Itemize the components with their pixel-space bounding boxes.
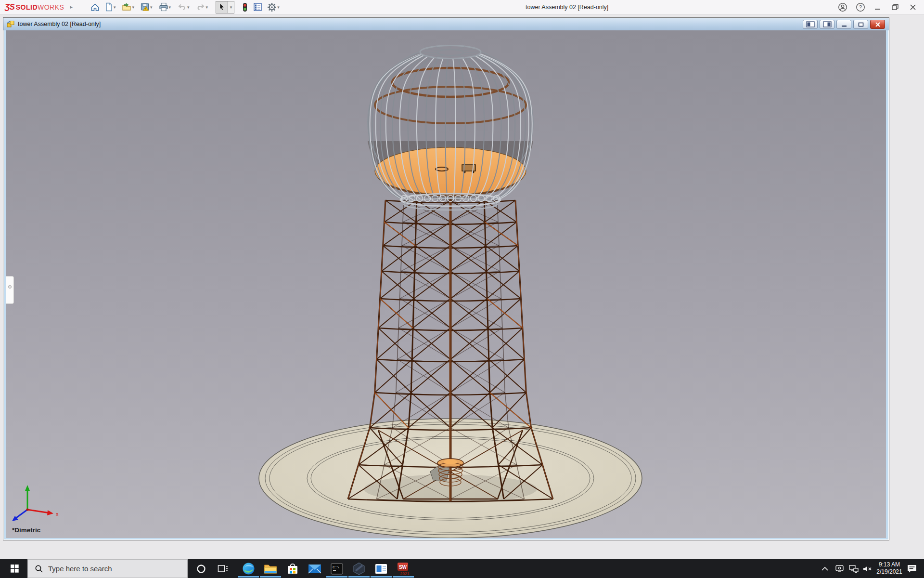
traffic-light-icon xyxy=(242,2,248,12)
assembly-document-icon xyxy=(6,20,15,28)
taskbar-edge-button[interactable] xyxy=(238,559,259,578)
taskbar-blue-window-app-button[interactable] xyxy=(371,559,392,578)
menu-expand-arrow-icon[interactable]: ▸ xyxy=(70,4,73,10)
account-icon xyxy=(838,2,847,12)
device-sync-icon xyxy=(835,565,844,573)
task-view-button[interactable] xyxy=(215,559,231,578)
mail-icon xyxy=(308,564,321,574)
open-button[interactable]: ▾ xyxy=(120,1,137,13)
print-icon xyxy=(159,2,168,12)
redo-button[interactable]: ▾ xyxy=(194,1,211,13)
running-indicator xyxy=(348,576,370,578)
doc-restore-button[interactable] xyxy=(853,20,868,29)
new-document-icon xyxy=(104,2,113,12)
redo-dropdown[interactable]: ▾ xyxy=(206,5,208,10)
view-orientation-label: *Dimetric xyxy=(12,526,40,534)
feature-manager-collapsed-tab[interactable] xyxy=(6,276,14,304)
3d-model-canvas[interactable]: x xyxy=(6,30,886,538)
microsoft-store-icon xyxy=(286,562,299,575)
doc-close-button[interactable] xyxy=(870,20,885,29)
doc-close-icon xyxy=(874,22,881,27)
save-dropdown[interactable]: ▾ xyxy=(150,5,153,10)
windows-start-icon xyxy=(11,565,19,573)
doc-split-left-button[interactable] xyxy=(803,20,818,29)
print-button[interactable]: ▾ xyxy=(157,1,174,13)
document-titlebar[interactable]: tower Assembly 02 [Read-only] xyxy=(3,18,889,30)
reference-triad: x xyxy=(12,485,59,521)
ds-logo-glyph: ƷS xyxy=(5,2,14,12)
graphics-viewport[interactable]: x *Dimetric xyxy=(6,30,886,538)
svg-text:C:\: C:\ xyxy=(333,565,340,569)
print-dropdown[interactable]: ▾ xyxy=(169,5,171,10)
new-document-dropdown[interactable]: ▾ xyxy=(114,5,116,10)
options-button[interactable]: ▾ xyxy=(266,1,282,13)
svg-text:2021: 2021 xyxy=(400,571,410,576)
app-minimize-button[interactable] xyxy=(871,0,885,14)
running-indicator xyxy=(393,576,414,578)
tray-date: 2/19/2021 xyxy=(872,568,907,576)
document-title: tower Assembly 02 [Read-only] xyxy=(18,21,101,27)
home-button[interactable] xyxy=(89,1,101,13)
doc-minimize-button[interactable] xyxy=(836,20,851,29)
app-titlebar: ƷS SOLID WORKS ▸ ▾ ▾ ▾ ▾ ▾ ▾ xyxy=(0,0,924,14)
chevron-up-icon xyxy=(821,566,829,572)
restore-icon xyxy=(891,3,899,11)
splitter-handle-icon xyxy=(8,285,12,289)
dome-cage xyxy=(368,46,533,210)
help-button[interactable]: ? xyxy=(853,0,868,14)
running-indicator xyxy=(238,576,259,578)
taskbar-command-prompt-button[interactable]: C:\ xyxy=(326,559,347,578)
blue-window-app-icon xyxy=(375,564,387,574)
rebuild-button[interactable] xyxy=(240,1,250,13)
taskbar-search[interactable] xyxy=(27,559,188,578)
windows-taskbar: C:\ SW 2021 9:13 AM 2/19/2021 1 xyxy=(0,559,924,578)
hexagon-app-icon xyxy=(353,562,365,575)
tray-device-sync-button[interactable] xyxy=(833,559,846,578)
edge-icon xyxy=(242,562,255,575)
svg-text:?: ? xyxy=(859,4,861,10)
command-prompt-icon: C:\ xyxy=(331,563,343,575)
cortana-icon xyxy=(196,564,206,574)
taskbar-store-button[interactable] xyxy=(282,559,303,578)
doc-minimize-icon xyxy=(841,22,847,27)
select-cursor-icon xyxy=(218,2,226,12)
action-center-icon xyxy=(907,564,917,574)
document-window: tower Assembly 02 [Read-only] x *Dimetri… xyxy=(3,17,889,540)
account-button[interactable] xyxy=(835,0,850,14)
open-icon xyxy=(122,2,131,12)
cortana-button[interactable] xyxy=(193,559,209,578)
undo-button[interactable]: ▾ xyxy=(176,1,192,13)
taskbar-mail-button[interactable] xyxy=(304,559,325,578)
taskbar-hexagon-app-button[interactable] xyxy=(348,559,370,578)
select-tool-dropdown[interactable]: ▾ xyxy=(228,1,234,13)
search-icon xyxy=(35,565,43,573)
select-tool-button[interactable]: ▾ xyxy=(216,1,234,13)
search-input[interactable] xyxy=(47,564,167,573)
tray-clock[interactable]: 9:13 AM 2/19/2021 xyxy=(872,561,907,576)
app-window-title: tower Assembly 02 [Read-only] xyxy=(526,4,608,11)
app-restore-button[interactable] xyxy=(888,0,903,14)
tray-network-button[interactable] xyxy=(847,559,860,578)
taskbar-solidworks-button[interactable]: SW 2021 xyxy=(393,559,414,578)
start-button[interactable] xyxy=(4,559,25,578)
split-left-icon xyxy=(806,21,815,27)
properties-button[interactable] xyxy=(252,1,264,13)
doc-split-right-button[interactable] xyxy=(820,20,834,29)
redo-icon xyxy=(196,3,205,12)
app-close-button[interactable] xyxy=(906,0,920,14)
svg-text:x: x xyxy=(56,511,59,517)
action-center-button[interactable] xyxy=(906,559,918,578)
undo-dropdown[interactable]: ▾ xyxy=(187,5,190,10)
save-button[interactable]: ▾ xyxy=(139,1,155,13)
help-icon: ? xyxy=(856,2,865,12)
doc-restore-icon xyxy=(858,22,864,27)
taskbar-file-explorer-button[interactable] xyxy=(260,559,281,578)
split-right-icon xyxy=(823,21,832,27)
save-icon xyxy=(141,2,150,12)
open-dropdown[interactable]: ▾ xyxy=(132,5,134,10)
new-document-button[interactable]: ▾ xyxy=(103,1,119,13)
svg-text:SW: SW xyxy=(399,564,407,569)
options-dropdown[interactable]: ▾ xyxy=(277,5,280,10)
network-icon xyxy=(849,565,859,573)
show-hidden-icons-button[interactable] xyxy=(818,559,832,578)
